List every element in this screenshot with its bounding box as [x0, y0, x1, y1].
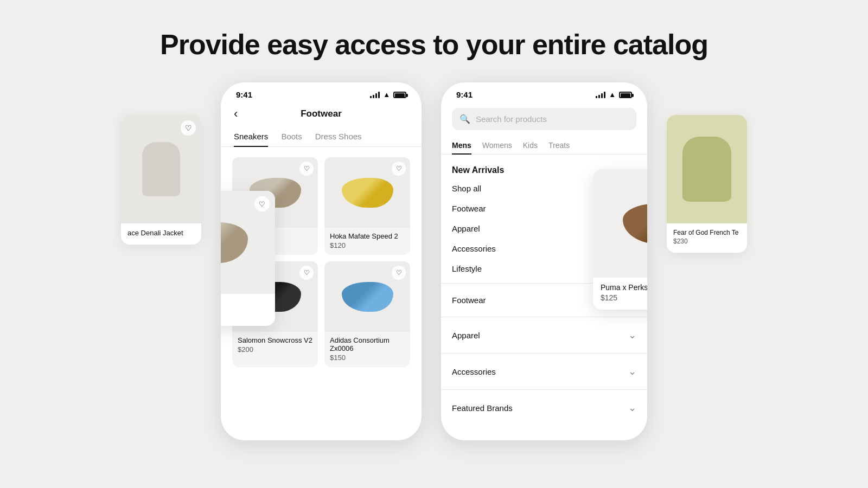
floating-puma-image: ♡ [593, 169, 647, 278]
time-left: 9:41 [236, 90, 252, 99]
phone-nav-left: ‹ Footwear [221, 104, 422, 126]
signal-icon-right [596, 92, 605, 98]
floating-card-image: ♡ [221, 191, 275, 294]
product-details-3: Salomon Snowcross V2 $200 [232, 332, 318, 359]
partial-card-left: ♡ ace Denali Jacket [121, 115, 201, 245]
wishlist-icon[interactable]: ♡ [181, 120, 196, 136]
wishlist-btn-1[interactable]: ♡ [299, 162, 314, 176]
status-icons-right: ▲ [596, 91, 632, 99]
section-divider-3 [441, 353, 647, 354]
featured-brands-expandable[interactable]: Featured Brands ⌄ [441, 394, 647, 421]
accessories-label: Accessories [452, 367, 496, 376]
tab-womens[interactable]: Womens [482, 137, 512, 154]
battery-icon [393, 92, 406, 98]
chevron-down-featured: ⌄ [628, 402, 636, 414]
search-bar[interactable]: 🔍 Search for products [452, 108, 636, 130]
partial-card-right-info: Fear of God French Te $230 [667, 223, 747, 253]
featured-brands-label: Featured Brands [452, 403, 513, 413]
fog-jacket-image-area [667, 115, 747, 223]
footwear-label: Footwear [452, 296, 486, 305]
tab-dress-shoes[interactable]: Dress Shoes [315, 126, 362, 146]
partial-card-right-price: $230 [673, 237, 741, 245]
search-icon: 🔍 [459, 114, 470, 124]
floating-card-name: Salomon XT-6 [221, 299, 267, 308]
partial-card-right-name: Fear of God French Te [673, 229, 741, 236]
jacket-image-area: ♡ [121, 115, 201, 223]
tab-kids[interactable]: Kids [523, 137, 538, 154]
back-button[interactable]: ‹ [234, 107, 238, 121]
time-right: 9:41 [456, 90, 473, 99]
tab-sneakers[interactable]: Sneakers [234, 126, 268, 146]
phone-left: ♡ Salomon XT-6 $150 9:41 ▲ ‹ Footwear [221, 82, 422, 440]
accessories-expandable[interactable]: Accessories ⌄ [441, 358, 647, 385]
product-details-4: Adidas Consortium Zx0006 $150 [324, 332, 410, 367]
apparel-expandable[interactable]: Apparel ⌄ [441, 322, 647, 349]
shoe-shape-2 [342, 178, 393, 208]
wifi-icon: ▲ [383, 91, 390, 99]
product-tabs: Sneakers Boots Dress Shoes [221, 126, 422, 147]
product-image-adidas: ♡ [324, 261, 410, 332]
floating-puma-name: Puma x Perks Mini Nano RDR [601, 283, 647, 292]
puma-shoe-shape [623, 203, 647, 244]
tab-treats[interactable]: Treats [548, 137, 570, 154]
product-name-3: Salomon Snowcross V2 [238, 336, 312, 344]
floating-salomon-card: ♡ Salomon XT-6 $150 [221, 191, 275, 326]
product-card-hoka[interactable]: ♡ Hoka Mafate Speed 2 $120 [324, 157, 410, 255]
status-bar-left: 9:41 ▲ [221, 82, 422, 104]
floating-card-heart[interactable]: ♡ [254, 196, 270, 211]
product-name-4: Adidas Consortium Zx0006 [330, 336, 405, 352]
partial-card-right: Fear of God French Te $230 [667, 115, 747, 253]
page-heading: Provide easy access to your entire catal… [0, 0, 868, 61]
category-tabs: Mens Womens Kids Treats [441, 137, 647, 155]
partial-card-info: ace Denali Jacket [121, 223, 201, 245]
fog-jacket-shape [682, 137, 731, 202]
wishlist-btn-2[interactable]: ♡ [392, 162, 406, 176]
battery-icon-right [619, 92, 632, 98]
status-icons-left: ▲ [370, 91, 406, 99]
phones-area: ♡ ace Denali Jacket ♡ Salomon XT-6 $150 … [0, 82, 868, 440]
floating-card-price: $150 [221, 310, 267, 318]
wifi-icon-right: ▲ [609, 91, 616, 99]
floating-puma-price: $125 [601, 293, 647, 302]
tab-boots[interactable]: Boots [281, 126, 302, 146]
salomon-shoe-image [221, 222, 248, 263]
section-divider-4 [441, 389, 647, 390]
floating-puma-details: Puma x Perks Mini Nano RDR $125 [593, 278, 647, 310]
chevron-down-apparel: ⌄ [628, 329, 636, 341]
search-placeholder: Search for products [476, 114, 547, 124]
product-price-4: $150 [330, 354, 405, 362]
apparel-label: Apparel [452, 331, 480, 340]
nav-title: Footwear [301, 108, 342, 119]
jacket-shape [142, 142, 180, 196]
section-divider-2 [441, 317, 647, 317]
wishlist-btn-3[interactable]: ♡ [299, 266, 314, 280]
product-price-3: $200 [238, 345, 312, 354]
shoe-shape-4 [342, 282, 393, 312]
phone-right: ♡ Puma x Perks Mini Nano RDR $125 9:41 ▲… [441, 82, 647, 440]
product-image-hoka: ♡ [324, 157, 410, 228]
tab-mens[interactable]: Mens [452, 137, 471, 154]
wishlist-btn-4[interactable]: ♡ [392, 266, 406, 280]
chevron-down-accessories: ⌄ [628, 365, 636, 377]
product-card-adidas[interactable]: ♡ Adidas Consortium Zx0006 $150 [324, 261, 410, 367]
product-price-2: $120 [330, 241, 405, 249]
signal-icon [370, 92, 380, 98]
partial-card-name: ace Denali Jacket [127, 229, 195, 237]
floating-card-details: Salomon XT-6 $150 [221, 294, 275, 326]
status-bar-right: 9:41 ▲ [441, 82, 647, 104]
product-name-2: Hoka Mafate Speed 2 [330, 232, 405, 240]
floating-puma-card: ♡ Puma x Perks Mini Nano RDR $125 [593, 169, 647, 310]
product-details-2: Hoka Mafate Speed 2 $120 [324, 228, 410, 255]
